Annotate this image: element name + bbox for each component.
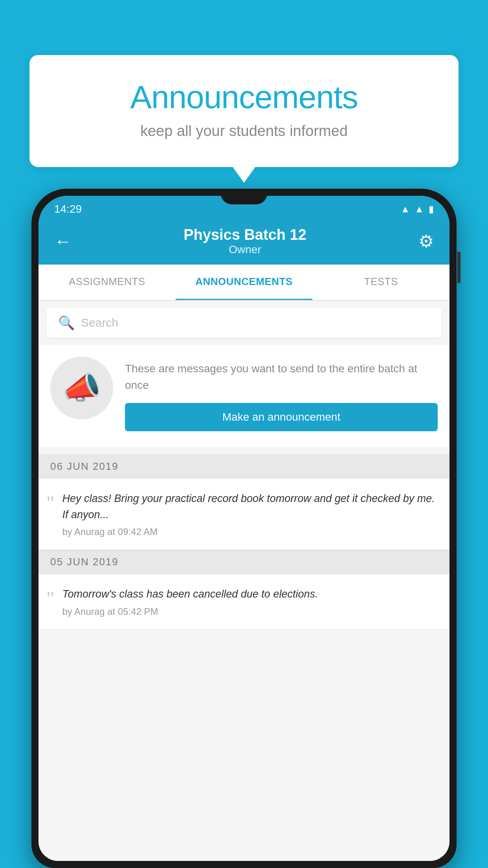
volume-button-right xyxy=(457,252,460,283)
announcement-meta-2: by Anurag at 05:42 PM xyxy=(62,606,438,617)
search-bar[interactable]: 🔍 Search xyxy=(46,308,442,338)
battery-icon: ▮ xyxy=(429,204,434,215)
wifi-icon: ▲ xyxy=(400,204,410,215)
search-icon: 🔍 xyxy=(58,315,75,331)
megaphone-icon: 📣 xyxy=(62,370,101,406)
tab-announcements[interactable]: ANNOUNCEMENTS xyxy=(176,265,313,300)
content-area: 🔍 Search 📣 These are messages you want t… xyxy=(39,301,449,861)
announcement-text-2: Tomorrow's class has been cancelled due … xyxy=(62,586,438,602)
speech-bubble: Announcements keep all your students inf… xyxy=(29,55,459,167)
speech-bubble-container: Announcements keep all your students inf… xyxy=(29,55,459,167)
date-separator-2: 05 JUN 2019 xyxy=(39,550,449,574)
announcement-item-2[interactable]: " Tomorrow's class has been cancelled du… xyxy=(39,574,449,629)
promo-icon-circle: 📣 xyxy=(50,357,113,419)
announcement-item-1[interactable]: " Hey class! Bring your practical record… xyxy=(39,479,449,550)
settings-icon[interactable]: ⚙ xyxy=(418,231,434,251)
speech-bubble-subtitle: keep all your students informed xyxy=(61,123,427,140)
quote-icon-1: " xyxy=(46,491,54,513)
promo-content: These are messages you want to send to t… xyxy=(125,357,438,431)
status-icons: ▲ ▲ ▮ xyxy=(400,204,434,215)
date-separator-1: 06 JUN 2019 xyxy=(39,454,449,479)
tabs-bar: ASSIGNMENTS ANNOUNCEMENTS TESTS xyxy=(39,265,449,301)
announcement-text-1: Hey class! Bring your practical record b… xyxy=(62,491,438,522)
announcement-meta-1: by Anurag at 09:42 AM xyxy=(62,526,438,537)
phone-frame: 14:29 ▲ ▲ ▮ ← Physics Batch 12 Owner ⚙ A… xyxy=(31,189,457,868)
signal-icon: ▲ xyxy=(415,204,424,215)
header-center: Physics Batch 12 Owner xyxy=(183,226,306,256)
search-input[interactable]: Search xyxy=(81,316,118,329)
header-title: Physics Batch 12 xyxy=(183,226,306,243)
header-subtitle: Owner xyxy=(183,243,306,256)
announcement-content-2: Tomorrow's class has been cancelled due … xyxy=(62,586,438,617)
promo-description: These are messages you want to send to t… xyxy=(125,360,438,394)
tab-assignments[interactable]: ASSIGNMENTS xyxy=(39,265,176,300)
phone-notch xyxy=(220,189,268,204)
app-header: ← Physics Batch 12 Owner ⚙ xyxy=(39,223,449,265)
announcement-content-1: Hey class! Bring your practical record b… xyxy=(62,491,438,537)
phone-screen: 14:29 ▲ ▲ ▮ ← Physics Batch 12 Owner ⚙ A… xyxy=(39,196,449,861)
status-time: 14:29 xyxy=(54,203,82,215)
quote-icon-2: " xyxy=(46,586,54,608)
promo-card: 📣 These are messages you want to send to… xyxy=(39,345,449,447)
make-announcement-button[interactable]: Make an announcement xyxy=(125,403,438,431)
back-button[interactable]: ← xyxy=(54,233,72,250)
speech-bubble-title: Announcements xyxy=(61,79,427,116)
tab-tests[interactable]: TESTS xyxy=(312,265,449,300)
